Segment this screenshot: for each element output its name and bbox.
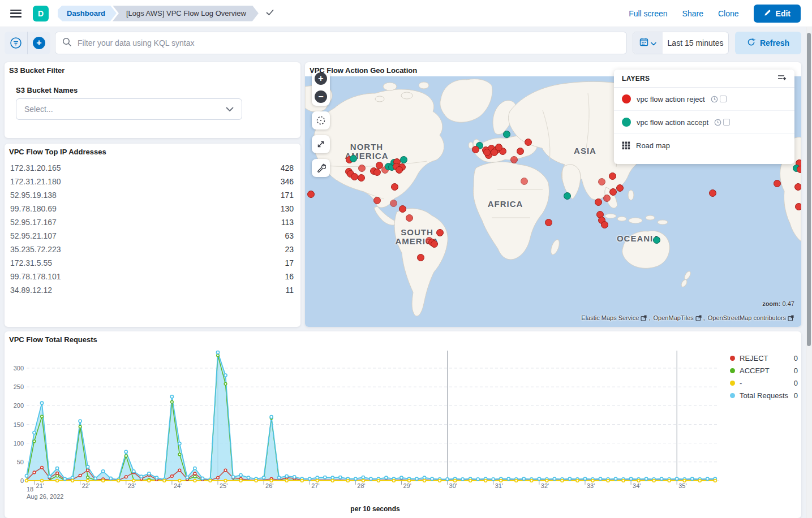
legend-item--[interactable]: - 0 xyxy=(730,377,798,389)
reject-map-dot[interactable] xyxy=(495,144,502,151)
share-button[interactable]: Share xyxy=(682,9,703,18)
attribution-link[interactable]: OpenStreetMap contributors xyxy=(708,314,786,321)
ip-value: 428 xyxy=(269,163,294,172)
external-link-icon xyxy=(788,315,794,321)
reject-map-dot[interactable] xyxy=(373,169,381,176)
attribution-link[interactable]: Elastic Maps Service xyxy=(581,314,639,321)
ip-bar-row[interactable]: 99.78.180.69 130 xyxy=(10,202,294,215)
s3-bucket-select[interactable]: Select... xyxy=(16,98,242,120)
reject-map-dot[interactable] xyxy=(794,183,802,191)
reject-map-dot[interactable] xyxy=(390,200,397,207)
accept-map-dot[interactable] xyxy=(503,131,510,138)
svg-text:27': 27' xyxy=(311,482,319,489)
reject-map-dot[interactable] xyxy=(406,214,413,222)
edit-button[interactable]: Edit xyxy=(754,5,801,23)
time-range-value[interactable]: Last 15 minutes xyxy=(663,32,728,54)
reject-map-dot[interactable] xyxy=(373,197,381,204)
kql-search-bar[interactable] xyxy=(55,32,627,54)
requests-time-series-chart[interactable]: 05010015020025030021'22'23'24'25'26'27'2… xyxy=(5,331,801,518)
reject-map-dot[interactable] xyxy=(307,191,315,198)
map-expand-button[interactable] xyxy=(312,135,330,153)
ip-bar-row[interactable]: 52.95.21.107 63 xyxy=(10,229,294,243)
layer-checkbox[interactable] xyxy=(720,96,727,102)
clone-button[interactable]: Clone xyxy=(718,9,739,18)
reject-map-dot[interactable] xyxy=(417,254,424,261)
accept-map-dot[interactable] xyxy=(400,156,407,163)
saved-query-icon[interactable] xyxy=(5,32,27,54)
layer-checkbox[interactable] xyxy=(723,119,730,126)
breadcrumb-current[interactable]: [Logs AWS] VPC Flow Log Overview xyxy=(113,6,259,21)
map-set-view-button[interactable] xyxy=(312,111,330,130)
ip-bar-row[interactable]: 35.235.72.223 23 xyxy=(10,243,294,256)
ip-bar-row[interactable]: 172.31.5.55 17 xyxy=(10,256,294,270)
map-zoom-level: zoom: 0.47 xyxy=(762,300,794,307)
top-ip-panel: VPC Flow Top IP Addresses 172.31.20.165 … xyxy=(5,144,300,327)
layer-row-road-map[interactable]: Road map xyxy=(614,134,794,157)
reject-map-dot[interactable] xyxy=(472,146,479,153)
add-filter-button[interactable]: + xyxy=(28,32,50,54)
reject-map-dot[interactable] xyxy=(517,148,524,155)
search-input[interactable] xyxy=(78,38,620,48)
reject-map-dot[interactable] xyxy=(797,166,802,173)
svg-text:21': 21' xyxy=(36,482,44,489)
legend-item-accept[interactable]: ACCEPT 0 xyxy=(730,364,798,377)
accept-map-dot[interactable] xyxy=(350,155,357,162)
ip-label: 172.31.21.180 xyxy=(10,177,70,186)
reject-map-dot[interactable] xyxy=(795,203,802,210)
legend-value: 0 xyxy=(794,366,798,375)
layer-row-vpc-flow-action-accept[interactable]: vpc flow action accept xyxy=(614,111,794,134)
reject-map-dot[interactable] xyxy=(598,178,605,185)
ip-bar-row[interactable]: 99.78.178.101 16 xyxy=(10,270,294,283)
reject-map-dot[interactable] xyxy=(709,189,716,197)
layer-row-vpc-flow-action-reject[interactable]: vpc flow action reject xyxy=(614,88,794,111)
reject-map-dot[interactable] xyxy=(603,195,611,202)
accept-map-dot[interactable] xyxy=(564,192,571,200)
reject-map-dot[interactable] xyxy=(521,178,528,185)
reject-map-dot[interactable] xyxy=(525,139,532,146)
reject-map-dot[interactable] xyxy=(601,221,608,228)
ip-bar-row[interactable]: 52.95.17.167 113 xyxy=(10,215,294,229)
map-tools-button[interactable] xyxy=(312,159,330,177)
reject-map-dot[interactable] xyxy=(436,229,444,236)
reject-map-dot[interactable] xyxy=(396,166,403,174)
calendar-dropdown-button[interactable] xyxy=(633,32,663,54)
legend-item-reject[interactable]: REJECT 0 xyxy=(730,352,798,364)
ip-bar-row[interactable]: 172.31.20.165 428 xyxy=(10,161,294,175)
panel-title: S3 Bucket Filter xyxy=(9,66,65,75)
ip-bar-row[interactable]: 52.95.19.138 171 xyxy=(10,188,294,202)
collapse-layers-icon[interactable] xyxy=(777,74,787,84)
reject-map-dot[interactable] xyxy=(431,240,438,248)
refresh-button[interactable]: Refresh xyxy=(735,32,801,54)
ip-label: 172.31.5.55 xyxy=(10,258,70,267)
reject-map-dot[interactable] xyxy=(609,172,616,180)
svg-text:23': 23' xyxy=(128,482,136,489)
reject-map-dot[interactable] xyxy=(358,165,366,172)
accept-map-dot[interactable] xyxy=(653,236,660,244)
reject-map-dot[interactable] xyxy=(483,149,491,156)
reject-map-dot[interactable] xyxy=(391,183,398,191)
reject-map-dot[interactable] xyxy=(545,219,552,226)
reject-map-dot[interactable] xyxy=(351,173,358,180)
legend-item-total-requests[interactable]: Total Requests 0 xyxy=(730,389,798,402)
page-scrollbar-thumb[interactable] xyxy=(807,33,811,346)
full-screen-button[interactable]: Full screen xyxy=(629,9,667,18)
ip-value: 17 xyxy=(269,258,294,267)
continent-label: ASIA xyxy=(574,146,596,156)
ip-label: 172.31.20.165 xyxy=(10,163,70,172)
breadcrumb-dashboard[interactable]: Dashboard xyxy=(58,6,117,21)
ip-bar-row[interactable]: 172.31.21.180 346 xyxy=(10,175,294,188)
ip-bar-row[interactable]: 34.89.12.12 11 xyxy=(10,283,294,297)
crosshair-icon xyxy=(316,115,326,126)
attribution-link[interactable]: OpenMapTiles xyxy=(654,314,694,321)
reject-map-dot[interactable] xyxy=(595,198,602,206)
reject-map-dot[interactable] xyxy=(358,174,365,182)
reject-map-dot[interactable] xyxy=(609,188,617,196)
reject-map-dot[interactable] xyxy=(616,184,624,192)
svg-text:32': 32' xyxy=(541,482,549,489)
map-zoom-out-button[interactable]: − xyxy=(312,88,330,106)
menu-icon[interactable] xyxy=(10,10,22,18)
reject-map-dot[interactable] xyxy=(399,205,406,213)
space-avatar[interactable]: D xyxy=(33,6,49,21)
reject-map-dot[interactable] xyxy=(510,156,518,163)
reject-map-dot[interactable] xyxy=(774,180,781,187)
